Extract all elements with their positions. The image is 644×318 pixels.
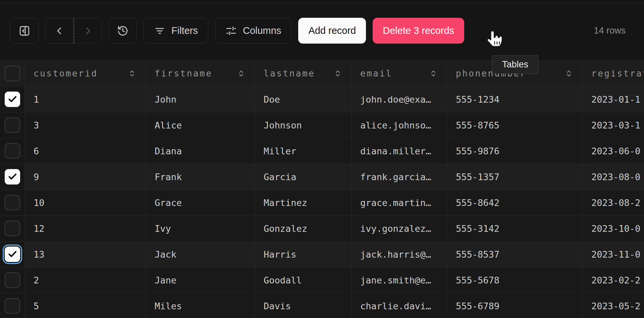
select-all-cell — [0, 61, 25, 87]
row-checkbox[interactable] — [5, 247, 20, 262]
table-row[interactable]: 10GraceMartinezgrace.martin…555-86422023… — [0, 190, 644, 216]
chevrons-up-down-icon — [429, 69, 438, 78]
cell-customerid[interactable]: 13 — [25, 242, 146, 267]
column-header-email[interactable]: email — [352, 61, 447, 87]
table-row[interactable]: 5MilesDavischarlie.davi…555-67892023-05-… — [0, 293, 644, 318]
cell-email[interactable]: john.doe@exa… — [352, 87, 447, 112]
cell-firstname[interactable]: Alice — [146, 112, 255, 138]
column-header-registrationdate[interactable]: registrat — [583, 61, 644, 87]
row-checkbox[interactable] — [5, 143, 20, 159]
cell-phonenumber[interactable]: 555-1357 — [447, 164, 583, 190]
cell-email[interactable]: charlie.davi… — [352, 293, 447, 318]
cell-firstname[interactable]: Diana — [146, 138, 255, 164]
cell-phonenumber[interactable]: 555-6789 — [447, 293, 583, 318]
cell-firstname[interactable]: Frank — [146, 164, 255, 190]
cell-registrationdate[interactable]: 2023-08-0 — [583, 164, 644, 190]
table-header: customeridfirstnamelastnameemailphonenum… — [0, 61, 644, 87]
cell-email[interactable]: jack.harris@… — [352, 242, 447, 267]
cell-customerid[interactable]: 1 — [25, 87, 146, 112]
cell-phonenumber[interactable]: 555-5678 — [447, 267, 583, 293]
cell-phonenumber[interactable]: 555-8765 — [447, 112, 583, 138]
cell-registrationdate[interactable]: 2023-05-2 — [583, 293, 644, 318]
row-checkbox[interactable] — [5, 92, 20, 107]
cell-registrationdate[interactable]: 2023-10-0 — [583, 216, 644, 242]
column-header-customerid[interactable]: customerid — [25, 61, 146, 87]
cell-customerid[interactable]: 6 — [25, 138, 146, 164]
cell-lastname[interactable]: Goodall — [255, 267, 352, 293]
table-row[interactable]: 1JohnDoejohn.doe@exa…555-12342023-01-1 — [0, 87, 644, 112]
row-select-cell — [0, 138, 25, 164]
cell-customerid[interactable]: 12 — [25, 216, 146, 242]
cell-phonenumber[interactable]: 555-3142 — [447, 216, 583, 242]
cell-lastname[interactable]: Gonzalez — [255, 216, 352, 242]
cell-firstname[interactable]: Grace — [146, 190, 255, 216]
refresh-history-button[interactable] — [108, 18, 137, 44]
row-select-cell — [0, 293, 25, 318]
delete-records-button[interactable]: Delete 3 records — [373, 18, 464, 44]
cell-customerid[interactable]: 5 — [25, 293, 146, 318]
cell-lastname[interactable]: Harris — [255, 242, 352, 267]
cell-lastname[interactable]: Martinez — [255, 190, 352, 216]
rows-count: 14 rows — [594, 18, 626, 44]
table-row[interactable]: 9FrankGarciafrank.garcia…555-13572023-08… — [0, 164, 644, 190]
sidebar-toggle-button[interactable] — [10, 18, 39, 44]
add-record-button[interactable]: Add record — [298, 18, 366, 44]
row-checkbox[interactable] — [5, 195, 20, 210]
cell-lastname[interactable]: Davis — [255, 293, 352, 318]
select-all-checkbox[interactable] — [5, 66, 20, 81]
cell-phonenumber[interactable]: 555-8642 — [447, 190, 583, 216]
table-row[interactable]: 12IvyGonzalezivy.gonzalez…555-31422023-1… — [0, 216, 644, 242]
row-select-cell — [0, 267, 25, 293]
cell-lastname[interactable]: Doe — [255, 87, 352, 112]
cell-firstname[interactable]: Ivy — [146, 216, 255, 242]
cell-email[interactable]: alice.johnso… — [352, 112, 447, 138]
cell-email[interactable]: frank.garcia… — [352, 164, 447, 190]
cell-email[interactable]: ivy.gonzalez… — [352, 216, 447, 242]
cell-firstname[interactable]: Jack — [146, 242, 255, 267]
cell-email[interactable]: jane.smith@e… — [352, 267, 447, 293]
column-header-firstname[interactable]: firstname — [146, 61, 255, 87]
cell-email[interactable]: grace.martin… — [352, 190, 447, 216]
row-checkbox[interactable] — [5, 169, 20, 184]
back-button[interactable] — [45, 18, 73, 44]
cell-registrationdate[interactable]: 2023-06-0 — [583, 138, 644, 164]
row-select-cell — [0, 190, 25, 216]
cell-registrationdate[interactable]: 2023-02-2 — [583, 267, 644, 293]
filters-button[interactable]: Filters — [144, 18, 208, 44]
cell-lastname[interactable]: Garcia — [255, 164, 352, 190]
table-row[interactable]: 2JaneGoodalljane.smith@e…555-56782023-02… — [0, 267, 644, 293]
cell-registrationdate[interactable]: 2023-03-1 — [583, 112, 644, 138]
chevrons-up-down-icon — [236, 69, 246, 78]
cell-customerid[interactable]: 2 — [25, 267, 146, 293]
cell-firstname[interactable]: John — [146, 87, 255, 112]
cell-firstname[interactable]: Jane — [146, 267, 255, 293]
cell-lastname[interactable]: Miller — [255, 138, 352, 164]
row-checkbox[interactable] — [5, 272, 20, 288]
cell-email[interactable]: diana.miller… — [352, 138, 447, 164]
row-checkbox[interactable] — [5, 221, 20, 236]
cell-registrationdate[interactable]: 2023-01-1 — [583, 87, 644, 112]
cell-registrationdate[interactable]: 2023-08-2 — [583, 190, 644, 216]
cell-lastname[interactable]: Johnson — [255, 112, 352, 138]
row-select-cell — [0, 216, 25, 242]
row-checkbox[interactable] — [5, 117, 20, 133]
chevrons-up-down-icon — [564, 69, 574, 78]
cell-phonenumber[interactable]: 555-1234 — [447, 87, 583, 112]
database-table-view: Filters Columns Add record Delete 3 reco… — [0, 0, 644, 318]
table-row[interactable]: 13JackHarrisjack.harris@…555-85372023-11… — [0, 242, 644, 267]
cell-customerid[interactable]: 3 — [25, 112, 146, 138]
cell-customerid[interactable]: 9 — [25, 164, 146, 190]
cell-registrationdate[interactable]: 2023-11-0 — [583, 242, 644, 267]
table-row[interactable]: 6DianaMillerdiana.miller…555-98762023-06… — [0, 138, 644, 164]
table-row[interactable]: 3AliceJohnsonalice.johnso…555-87652023-0… — [0, 112, 644, 138]
cell-customerid[interactable]: 10 — [25, 190, 146, 216]
cell-phonenumber[interactable]: 555-9876 — [447, 138, 583, 164]
forward-button[interactable] — [73, 18, 102, 44]
chevron-right-icon — [82, 25, 94, 37]
cell-phonenumber[interactable]: 555-8537 — [447, 242, 583, 267]
column-header-lastname[interactable]: lastname — [255, 61, 352, 87]
row-checkbox[interactable] — [5, 298, 20, 314]
columns-button[interactable]: Columns — [215, 18, 291, 44]
row-select-cell — [0, 112, 25, 138]
cell-firstname[interactable]: Miles — [146, 293, 255, 318]
